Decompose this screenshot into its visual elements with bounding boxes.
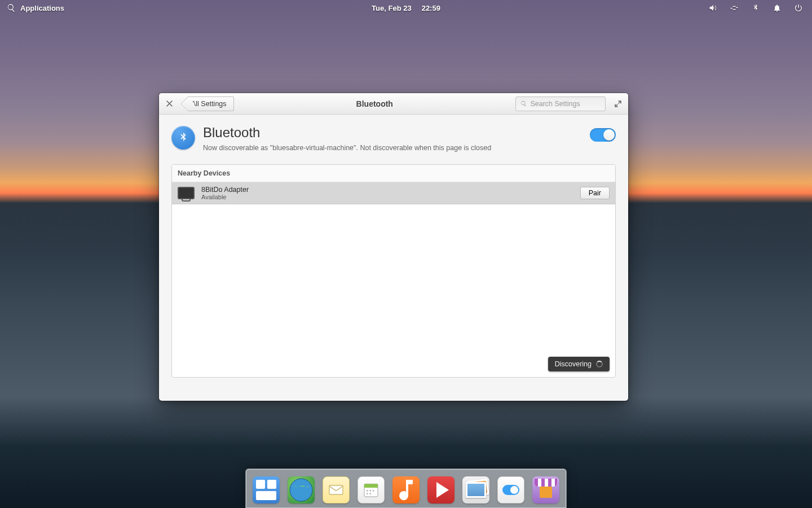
- dock-multitasking[interactable]: [253, 476, 280, 503]
- applications-menu[interactable]: Applications: [0, 3, 64, 12]
- toggle-knob: [603, 129, 615, 141]
- photo-icon: [466, 482, 486, 498]
- network-indicator[interactable]: [730, 3, 739, 12]
- dock-music[interactable]: [392, 476, 420, 503]
- music-icon: [392, 476, 420, 503]
- devices-list-header: Nearby Devices: [172, 165, 615, 182]
- svg-rect-7: [364, 484, 378, 488]
- svg-rect-11: [367, 493, 368, 494]
- bluetooth-toggle[interactable]: [590, 128, 616, 142]
- monitor-icon: [178, 187, 195, 199]
- dock: [245, 468, 567, 508]
- svg-rect-9: [369, 490, 371, 492]
- svg-rect-1: [267, 480, 276, 489]
- svg-rect-8: [367, 490, 368, 492]
- switch-icon: [502, 485, 519, 495]
- indicators: [708, 3, 812, 12]
- pair-button[interactable]: Pair: [580, 187, 610, 199]
- calendar-icon: [362, 481, 380, 499]
- search-icon: [7, 3, 16, 12]
- mail-icon: [327, 481, 345, 499]
- close-button[interactable]: [164, 98, 175, 110]
- back-button[interactable]: All Settings: [183, 97, 234, 111]
- sound-indicator[interactable]: [708, 3, 717, 12]
- bluetooth-indicator[interactable]: [751, 3, 760, 12]
- awning-icon: [535, 479, 557, 487]
- svg-rect-10: [373, 490, 374, 492]
- device-text: 8BitDo Adapter Available: [201, 186, 249, 200]
- play-icon: [427, 476, 454, 503]
- volume-icon: [708, 3, 717, 12]
- device-row[interactable]: 8BitDo Adapter Available Pair: [172, 182, 615, 204]
- device-name: 8BitDo Adapter: [201, 186, 249, 194]
- maximize-button[interactable]: [612, 98, 624, 110]
- settings-window: All Settings Bluetooth Bluetooth Now dis…: [159, 93, 628, 401]
- dock-videos[interactable]: [427, 476, 454, 503]
- bag-icon: [540, 487, 552, 498]
- bluetooth-icon: [751, 3, 760, 12]
- dock-settings[interactable]: [497, 476, 524, 503]
- bluetooth-large-icon: [171, 126, 195, 150]
- close-icon: [166, 100, 173, 107]
- window-title: Bluetooth: [239, 99, 511, 108]
- page-title: Bluetooth: [203, 125, 491, 141]
- search-icon: [520, 100, 527, 107]
- applications-label: Applications: [20, 4, 64, 12]
- clock-time: 22:59: [422, 4, 440, 12]
- dock-photos[interactable]: [462, 476, 489, 503]
- search-field-wrap[interactable]: [515, 97, 606, 111]
- notifications-indicator[interactable]: [773, 3, 782, 12]
- clock-date: Tue, Feb 23: [372, 4, 412, 12]
- svg-rect-0: [256, 480, 265, 489]
- window-titlebar[interactable]: All Settings Bluetooth: [159, 93, 628, 115]
- dock-appcenter[interactable]: [532, 476, 559, 503]
- dock-browser[interactable]: [288, 476, 315, 503]
- dock-mail[interactable]: [323, 476, 350, 503]
- window-content: Bluetooth Now discoverable as "bluesabre…: [159, 115, 628, 401]
- top-panel: Applications Tue, Feb 23 22:59: [0, 0, 812, 16]
- svg-rect-2: [256, 491, 276, 500]
- svg-rect-12: [369, 493, 371, 494]
- network-icon: [730, 3, 739, 12]
- dock-calendar[interactable]: [358, 476, 385, 503]
- search-input[interactable]: [530, 100, 601, 108]
- power-icon: [794, 3, 803, 12]
- device-status: Available: [201, 194, 249, 200]
- discovering-label: Discovering: [555, 360, 592, 368]
- workspaces-icon: [253, 476, 280, 503]
- maximize-icon: [614, 100, 622, 108]
- clock[interactable]: Tue, Feb 23 22:59: [372, 4, 440, 12]
- bluetooth-header: Bluetooth Now discoverable as "bluesabre…: [171, 125, 616, 152]
- spinner-icon: [596, 361, 603, 367]
- bell-icon: [773, 3, 782, 12]
- devices-list: Nearby Devices 8BitDo Adapter Available …: [171, 164, 616, 378]
- discovering-badge: Discovering: [548, 357, 610, 371]
- session-indicator[interactable]: [794, 3, 803, 12]
- globe-icon: [288, 476, 315, 503]
- svg-rect-5: [329, 485, 343, 494]
- page-subtitle: Now discoverable as "bluesabre-virtual-m…: [203, 144, 491, 152]
